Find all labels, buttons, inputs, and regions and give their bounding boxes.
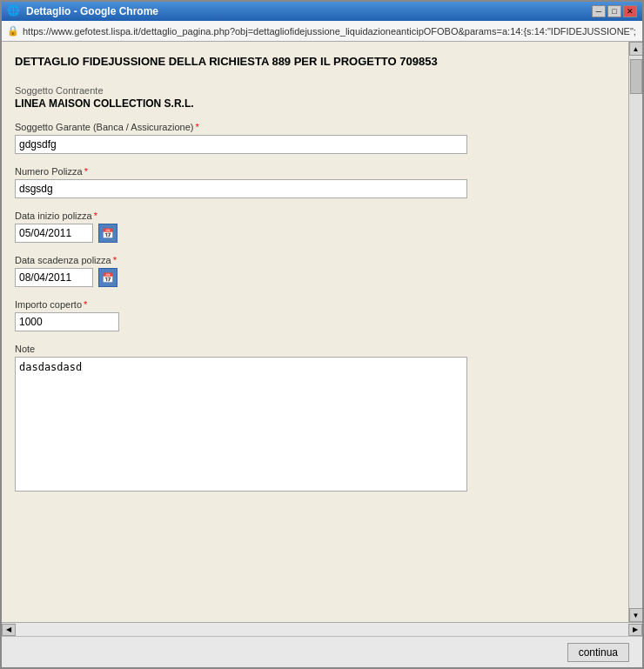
data-scadenza-label: Data scadenza polizza* — [15, 255, 615, 265]
garante-label: Soggetto Garante (Banca / Assicurazione)… — [15, 122, 615, 132]
maximize-button[interactable]: □ — [607, 5, 621, 17]
polizza-input[interactable] — [15, 179, 467, 198]
soggetto-label: Soggetto Contraente — [15, 85, 615, 96]
note-textarea[interactable]: dasdasdasd — [15, 357, 467, 492]
data-scadenza-input[interactable] — [15, 268, 93, 287]
importo-input[interactable] — [15, 312, 119, 331]
data-scadenza-row: 📅 — [15, 268, 615, 287]
data-scadenza-section: Data scadenza polizza* 📅 — [15, 255, 615, 287]
note-label: Note — [15, 344, 615, 354]
window-title: Dettaglio - Google Chrome — [26, 5, 592, 17]
close-button[interactable]: ✕ — [623, 5, 637, 17]
scroll-up-arrow[interactable]: ▲ — [629, 42, 643, 56]
vertical-scrollbar[interactable]: ▲ ▼ — [628, 42, 642, 622]
scroll-left-arrow[interactable]: ◀ — [2, 624, 16, 636]
scroll-down-arrow[interactable]: ▼ — [629, 608, 643, 622]
calendar-icon-2: 📅 — [102, 272, 114, 284]
data-inizio-label: Data inizio polizza* — [15, 211, 615, 221]
scroll-thumb[interactable] — [630, 59, 642, 94]
data-inizio-calendar-button[interactable]: 📅 — [98, 224, 117, 243]
browser-window: 🌐 Dettaglio - Google Chrome ─ □ ✕ 🔒 http… — [0, 0, 644, 669]
url-display[interactable]: https://www.gefotest.lispa.it/dettaglio_… — [23, 26, 637, 37]
browser-icon: 🌐 — [7, 4, 21, 18]
soggetto-value: LINEA MAISON COLLECTION S.R.L. — [15, 97, 615, 110]
scroll-thumb-area — [629, 56, 642, 608]
minimize-button[interactable]: ─ — [592, 5, 606, 17]
scroll-right-arrow[interactable]: ▶ — [628, 624, 642, 636]
data-inizio-input[interactable] — [15, 224, 93, 243]
data-inizio-row: 📅 — [15, 224, 615, 243]
data-inizio-section: Data inizio polizza* 📅 — [15, 211, 615, 243]
note-section: Note dasdasdasd — [15, 344, 615, 492]
page-content: DETTAGLIO FIDEJUSSIONE DELLA RICHIESTA 8… — [2, 42, 642, 622]
address-bar: 🔒 https://www.gefotest.lispa.it/dettagli… — [2, 21, 642, 42]
continua-button[interactable]: continua — [567, 643, 629, 662]
garante-input[interactable] — [15, 135, 467, 154]
window-controls: ─ □ ✕ — [592, 5, 637, 17]
importo-section: Importo coperto* — [15, 299, 615, 331]
garante-section: Soggetto Garante (Banca / Assicurazione)… — [15, 122, 615, 154]
lock-icon: 🔒 — [7, 25, 19, 37]
page-title: DETTAGLIO FIDEJUSSIONE DELLA RICHIESTA 8… — [15, 55, 615, 68]
bottom-bar: continua — [2, 636, 642, 667]
polizza-label: Numero Polizza* — [15, 166, 615, 177]
polizza-section: Numero Polizza* — [15, 166, 615, 198]
title-bar: 🌐 Dettaglio - Google Chrome ─ □ ✕ — [2, 2, 642, 21]
horizontal-scrollbar: ◀ ▶ — [2, 622, 642, 636]
importo-label: Importo coperto* — [15, 299, 615, 310]
scroll-area: DETTAGLIO FIDEJUSSIONE DELLA RICHIESTA 8… — [2, 42, 628, 622]
soggetto-section: Soggetto Contraente LINEA MAISON COLLECT… — [15, 85, 615, 110]
h-scroll-track — [16, 623, 628, 636]
data-scadenza-calendar-button[interactable]: 📅 — [98, 268, 117, 287]
calendar-icon: 📅 — [102, 228, 114, 239]
